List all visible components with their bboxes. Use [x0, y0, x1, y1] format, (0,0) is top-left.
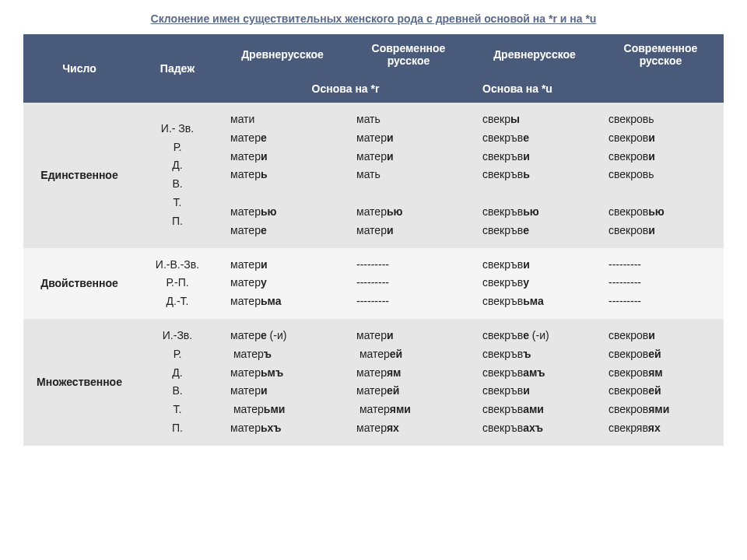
page-title: Склонение имен существительных женского …	[23, 12, 724, 25]
subheader-r: Основа на *r	[219, 75, 472, 103]
header-modru-r: Современное русское	[345, 34, 472, 75]
header-row-1: Число Падеж Древнерусское Современное ру…	[23, 34, 724, 75]
header-number: Число	[23, 34, 135, 103]
header-modru-u: Современное русское	[598, 34, 724, 75]
table-body: Единственное И.- Зв.Р.Д.В.Т.П. матиматер…	[23, 103, 724, 446]
table-row: Двойственное И.-В.-Зв.Р.-П.Д.-Т. материм…	[23, 248, 724, 319]
cell-oldru-r: матиматерематериматерь матерьюматере	[219, 103, 345, 248]
cell-modru-u: ---------------------------	[598, 248, 724, 319]
cell-modru-r: матьматериматеримать матерьюматери	[345, 103, 472, 248]
cell-oldru-r: материматеруматерьма	[219, 248, 345, 319]
row-cases: И.- Зв.Р.Д.В.Т.П.	[135, 103, 219, 248]
cell-oldru-u: свекръвисвекръвусвекръвьма	[472, 248, 598, 319]
row-cases: И.-В.-Зв.Р.-П.Д.-Т.	[135, 248, 219, 319]
row-label: Единственное	[23, 103, 135, 248]
cell-oldru-r: матере (-и) матеръматерьмъматери матерьм…	[219, 319, 345, 446]
cell-modru-r: ---------------------------	[345, 248, 472, 319]
cell-modru-u: свекровьсвекровисвекровисвекровь свекров…	[598, 103, 724, 248]
row-label: Множественное	[23, 319, 135, 446]
header-oldru-r: Древнерусское	[219, 34, 345, 75]
row-label: Двойственное	[23, 248, 135, 319]
cell-oldru-u: свекрысвекръвесвекръвисвекръвь свекръвью…	[472, 103, 598, 248]
cell-modru-r: матери матерейматерямматерей матерямимат…	[345, 319, 472, 446]
subheader-u: Основа на *u	[472, 75, 724, 103]
table-row: Множественное И.-Зв.Р.Д.В.Т.П. матере (-…	[23, 319, 724, 446]
row-cases: И.-Зв.Р.Д.В.Т.П.	[135, 319, 219, 446]
header-case: Падеж	[135, 34, 219, 103]
table-row: Единственное И.- Зв.Р.Д.В.Т.П. матиматер…	[23, 103, 724, 248]
header-oldru-u: Древнерусское	[472, 34, 598, 75]
declension-table: Число Падеж Древнерусское Современное ру…	[23, 34, 724, 446]
cell-modru-u: свекровисвекровейсвекровямсвекровейсвекр…	[598, 319, 724, 446]
cell-oldru-u: свекръве (-и)свекръвъсвекръвамъсвекръвис…	[472, 319, 598, 446]
